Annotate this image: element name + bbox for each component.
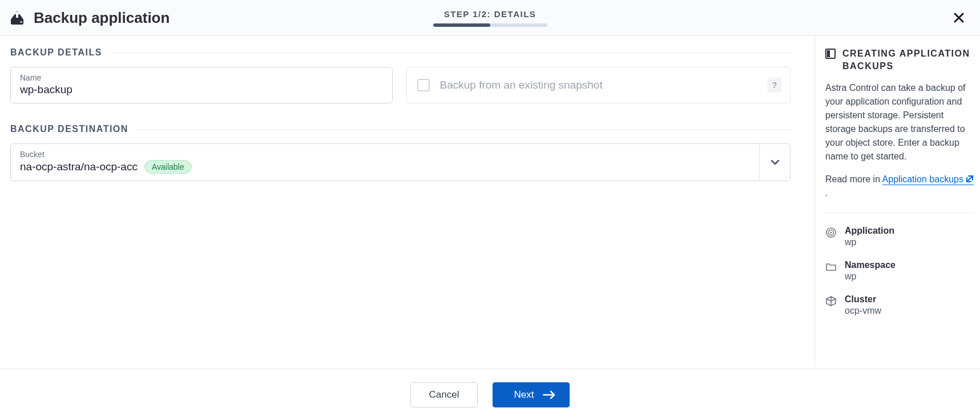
target-icon	[825, 227, 837, 238]
book-icon	[825, 49, 836, 61]
bucket-chevron[interactable]	[759, 144, 790, 181]
meta-app-value: wp	[845, 237, 894, 247]
info-sidebar: CREATING APPLICATION BACKUPS Astra Contr…	[814, 36, 980, 368]
meta-application: Application wp	[825, 226, 975, 247]
svg-rect-2	[827, 50, 830, 57]
docs-link[interactable]: Application backups	[882, 174, 974, 185]
section-header-destination: BACKUP DESTINATION	[10, 124, 791, 134]
name-label: Name	[20, 73, 383, 82]
sidebar-description: Astra Control can take a backup of your …	[825, 81, 975, 163]
step-indicator: STEP 1/2: DETAILS	[433, 9, 547, 27]
bucket-select-content: Bucket na-ocp-astra/na-ocp-acc Available	[11, 144, 759, 181]
meta-cluster-label: Cluster	[845, 294, 881, 305]
footer: Cancel Next	[0, 369, 980, 420]
bucket-value-row: na-ocp-astra/na-ocp-acc Available	[20, 160, 750, 174]
meta-ns-label: Namespace	[845, 260, 896, 270]
progress-bar	[433, 23, 547, 27]
sidebar-header: CREATING APPLICATION BACKUPS	[825, 47, 975, 72]
meta-cluster-value: ocp-vmw	[845, 306, 881, 316]
section-header-details: BACKUP DETAILS	[10, 47, 791, 58]
sidebar-title: CREATING APPLICATION BACKUPS	[842, 47, 975, 72]
name-input-card[interactable]: Name	[10, 67, 393, 103]
header-left: Backup application	[9, 9, 170, 27]
main-container: BACKUP DETAILS Name Backup from an exist…	[0, 36, 980, 368]
cube-icon	[825, 295, 837, 307]
sidebar-readmore: Read more in Application backups.	[825, 173, 975, 200]
bucket-value: na-ocp-astra/na-ocp-acc	[20, 161, 138, 173]
svg-point-0	[21, 21, 22, 23]
modal-header: Backup application STEP 1/2: DETAILS	[0, 0, 980, 36]
section-divider	[110, 53, 791, 53]
bucket-label: Bucket	[20, 150, 750, 159]
page-title: Backup application	[34, 9, 170, 27]
next-button-label: Next	[514, 389, 534, 401]
section-divider	[136, 129, 791, 130]
step-text: STEP 1/2: DETAILS	[444, 9, 537, 19]
external-link-icon	[966, 173, 974, 186]
meta-ns-value: wp	[845, 271, 896, 282]
snapshot-checkbox-card[interactable]: Backup from an existing snapshot ?	[406, 67, 791, 103]
arrow-right-icon	[543, 389, 555, 401]
sidebar-divider	[825, 213, 975, 213]
chevron-down-icon	[771, 159, 780, 165]
backup-icon	[9, 10, 26, 26]
next-button[interactable]: Next	[493, 382, 570, 407]
svg-point-5	[830, 232, 832, 234]
content-area: BACKUP DETAILS Name Backup from an exist…	[0, 36, 814, 368]
bucket-select[interactable]: Bucket na-ocp-astra/na-ocp-acc Available	[10, 143, 791, 181]
status-badge: Available	[144, 160, 192, 174]
readmore-prefix: Read more in	[825, 174, 882, 184]
folder-icon	[825, 261, 837, 273]
close-button[interactable]	[949, 8, 969, 27]
cancel-button[interactable]: Cancel	[410, 382, 478, 407]
meta-namespace: Namespace wp	[825, 260, 975, 282]
details-row: Name Backup from an existing snapshot ?	[10, 67, 791, 103]
name-input[interactable]	[20, 83, 383, 96]
snapshot-checkbox[interactable]	[417, 79, 430, 91]
help-icon[interactable]: ?	[767, 78, 782, 93]
section-title-destination: BACKUP DESTINATION	[10, 124, 128, 134]
snapshot-checkbox-label: Backup from an existing snapshot	[440, 79, 603, 91]
progress-fill	[433, 23, 490, 27]
meta-cluster: Cluster ocp-vmw	[825, 294, 975, 316]
meta-app-label: Application	[845, 226, 894, 236]
section-title-details: BACKUP DETAILS	[10, 47, 102, 58]
